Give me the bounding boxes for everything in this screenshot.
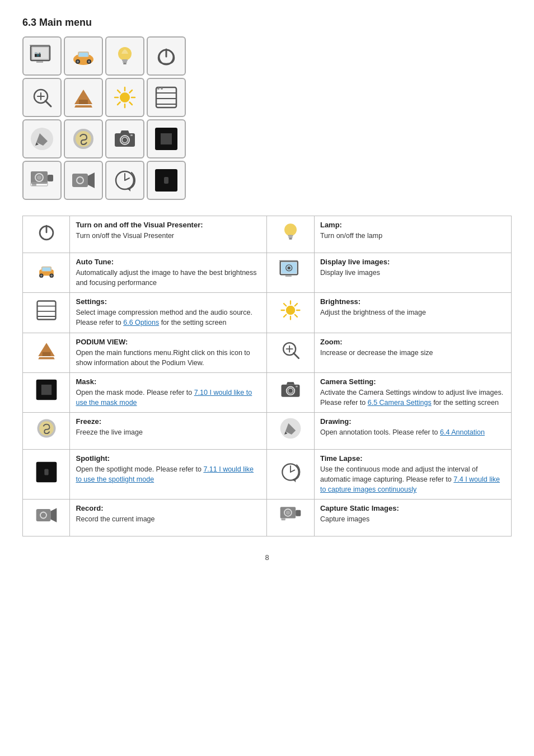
svg-line-32 [130, 90, 133, 93]
svg-rect-100 [41, 385, 51, 395]
svg-line-31 [130, 102, 133, 105]
svg-line-93 [284, 315, 286, 317]
table-row: PODIUM VIEW: Open the main functions men… [23, 333, 512, 372]
settings-desc: Settings: Select image compression metho… [70, 293, 267, 333]
svg-text:📷: 📷 [34, 50, 41, 58]
svg-point-10 [77, 60, 79, 63]
brightness-body: Adjust the brightness of the image [320, 307, 505, 318]
drawing-title: Drawing: [320, 417, 505, 426]
svg-rect-94 [42, 352, 50, 356]
lamp-body: Turn on/off the lamp [320, 231, 505, 241]
svg-rect-119 [282, 519, 285, 521]
podium-desc: PODIUM VIEW: Open the main functions men… [70, 333, 267, 372]
freeze-desc: Freeze: Freeze the live image [70, 413, 267, 450]
table-row: Record: Record the current image Capture… [23, 500, 512, 536]
svg-point-73 [50, 274, 53, 277]
page-number: 8 [22, 553, 512, 562]
svg-rect-52 [48, 175, 53, 181]
icon-record [23, 500, 70, 536]
spotlight-body: Open the spotlight mode. Please refer to… [76, 464, 261, 484]
menu-icon-podium [64, 78, 103, 117]
svg-rect-109 [44, 469, 48, 475]
brightness-title: Brightness: [320, 297, 505, 306]
capture-body: Capture images [320, 514, 505, 524]
svg-rect-67 [289, 238, 292, 240]
settings-body: Select image compression method and the … [76, 307, 261, 328]
svg-rect-78 [285, 275, 292, 277]
icon-brightness [267, 293, 314, 333]
table-row: Auto Tune: Automatically adjust the imag… [23, 253, 512, 293]
icon-time-lapse [267, 450, 314, 500]
svg-point-39 [161, 87, 163, 90]
lamp-title: Lamp: [320, 221, 505, 229]
svg-point-80 [288, 266, 291, 269]
svg-rect-61 [164, 177, 168, 184]
menu-icon-time-lapse [105, 161, 144, 200]
capture-desc: Capture Static Images: Capture images [314, 500, 511, 536]
icon-power [23, 216, 70, 253]
lamp-desc: Lamp: Turn on/off the lamp [314, 216, 511, 253]
svg-point-85 [286, 306, 296, 315]
menu-icon-record [64, 161, 103, 200]
table-row: Freeze: Freeze the live image Drawing: O… [23, 413, 512, 450]
svg-line-33 [118, 102, 120, 105]
time-lapse-desc: Time Lapse: Use the continuous mode and … [314, 450, 511, 500]
svg-point-38 [157, 87, 160, 90]
description-table: Turn on and off the Visual Presenter: Tu… [22, 216, 512, 536]
mask-title: Mask: [76, 377, 261, 386]
display-desc: Display live images: Display live images [314, 253, 511, 293]
section-heading: 6.3 Main menu [22, 17, 512, 29]
svg-line-21 [45, 101, 51, 106]
svg-marker-113 [50, 508, 57, 523]
spotlight-title: Spotlight: [76, 454, 261, 463]
svg-line-91 [295, 315, 297, 317]
spotlight-desc: Spotlight: Open the spotlight mode. Plea… [70, 450, 267, 500]
svg-rect-77 [279, 260, 298, 261]
camera-setting-link[interactable]: 6.5 Camera Settings [368, 399, 432, 407]
svg-point-64 [284, 223, 297, 236]
auto-tune-desc: Auto Tune: Automatically adjust the imag… [70, 253, 267, 293]
icon-freeze [23, 413, 70, 450]
camera-setting-body: Activate the Camera Settings window to a… [320, 388, 505, 408]
time-lapse-link[interactable]: 7.4 I would like to capture images conti… [320, 475, 500, 493]
settings-link[interactable]: 6.6 Options [123, 319, 159, 326]
icon-mask [23, 372, 70, 412]
icon-lamp [267, 216, 314, 253]
svg-rect-66 [289, 236, 293, 238]
svg-line-90 [284, 304, 286, 306]
svg-point-25 [120, 92, 130, 102]
svg-point-12 [88, 60, 90, 63]
svg-rect-55 [72, 174, 88, 187]
icon-spotlight [23, 450, 70, 500]
auto-tune-title: Auto Tune: [76, 258, 261, 266]
icon-capture [267, 500, 314, 536]
svg-rect-118 [296, 510, 301, 516]
freeze-title: Freeze: [76, 417, 261, 426]
icon-settings [23, 293, 70, 333]
menu-icon-freeze [64, 119, 103, 158]
freeze-body: Freeze the live image [76, 427, 261, 437]
menu-icon-lamp [105, 36, 144, 76]
power-desc: Turn on and off the Visual Presenter: Tu… [70, 216, 267, 253]
podium-title: PODIUM VIEW: [76, 338, 261, 346]
zoom-body: Increase or decrease the image size [320, 348, 505, 358]
svg-rect-4 [36, 61, 43, 63]
menu-icon-drawing [22, 119, 62, 158]
auto-tune-body: Automatically adjust the image to have t… [76, 268, 261, 288]
menu-icon-capture [22, 161, 62, 200]
drawing-link[interactable]: 6.4 Annotation [440, 428, 485, 436]
mask-link[interactable]: 7.10 I would like to use the mask mode [76, 389, 252, 407]
menu-icon-mask [147, 119, 186, 158]
record-body: Record the current image [76, 514, 261, 524]
svg-line-30 [118, 90, 120, 93]
record-desc: Record: Record the current image [70, 500, 267, 536]
icon-display [267, 253, 314, 293]
brightness-desc: Brightness: Adjust the brightness of the… [314, 293, 511, 333]
capture-title: Capture Static Images: [320, 504, 505, 512]
spotlight-link[interactable]: 7.11 I would like to use the spotlight m… [76, 465, 254, 483]
svg-marker-56 [88, 172, 95, 188]
svg-rect-24 [79, 100, 88, 104]
power-title: Turn on and off the Visual Presenter: [76, 221, 261, 229]
svg-rect-104 [296, 386, 298, 388]
svg-rect-65 [288, 235, 293, 237]
